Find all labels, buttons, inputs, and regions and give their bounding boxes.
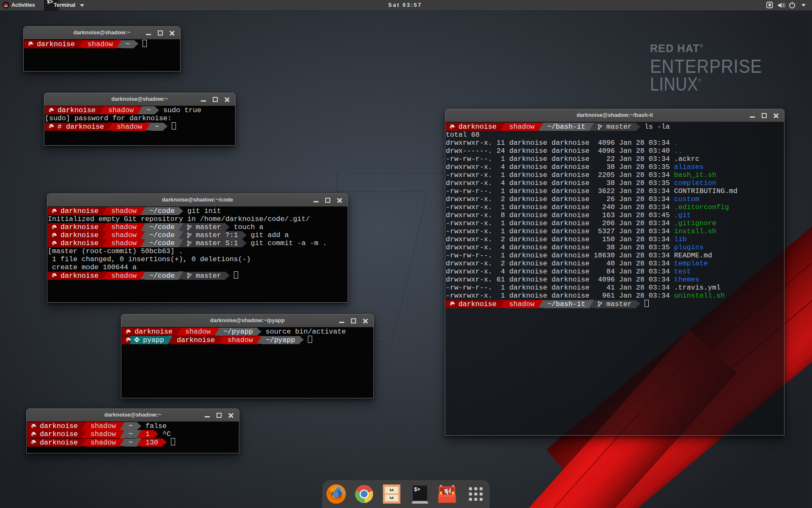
svg-text:$>: $> <box>414 487 420 493</box>
